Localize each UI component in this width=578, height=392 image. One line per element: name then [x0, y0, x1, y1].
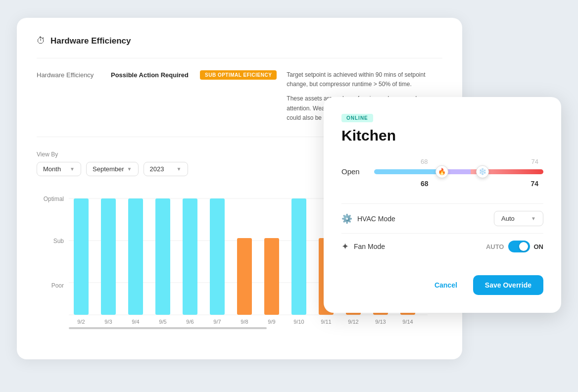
toggle-knob [519, 242, 528, 251]
cool-setpoint-above: 74 [531, 158, 538, 165]
temp-label: Open [341, 167, 366, 176]
desc-para-1: Target setpoint is achieved within 90 mi… [287, 70, 442, 89]
heat-thumb[interactable]: 🔥 [435, 165, 448, 178]
bar-0[interactable] [74, 198, 89, 315]
temp-slider-row: Open 🔥 ❄️ [341, 167, 543, 176]
hvac-mode-select[interactable]: Auto ▼ [494, 211, 543, 226]
fan-on-label: ON [534, 243, 544, 250]
hvac-icon: ⚙️ [341, 213, 352, 224]
overlay-footer: Cancel Save Override [341, 275, 543, 295]
heat-setpoint-below: 68 [421, 180, 429, 188]
y-label-poor: Poor [51, 282, 64, 289]
fan-toggle-group: AUTO ON [486, 241, 543, 252]
x-label-2: 9/4 [132, 319, 139, 325]
month-dropdown[interactable]: Month ▼ [37, 162, 81, 176]
cool-setpoint-below: 74 [530, 180, 538, 188]
overlay-title: Kitchen [341, 127, 543, 144]
fan-row: ✦ Fan Mode AUTO ON [341, 233, 543, 259]
bar-3[interactable] [155, 198, 170, 315]
bar-5[interactable] [210, 198, 225, 315]
status-badge: SUB OPTIMAL EFICIENCY [200, 70, 277, 80]
x-label-1: 9/3 [104, 319, 112, 325]
fan-auto-label: AUTO [486, 243, 504, 250]
x-label-6: 9/8 [241, 319, 248, 325]
chevron-down-icon: ▼ [177, 166, 182, 172]
hvac-value: Auto [501, 215, 515, 222]
y-label-optimal: Optimal [44, 196, 64, 202]
x-label-7: 9/9 [268, 319, 275, 325]
bar-7[interactable] [264, 238, 279, 315]
bar-4[interactable] [183, 198, 197, 315]
action-label: Possible Action Required [111, 70, 190, 79]
cool-thumb[interactable]: ❄️ [476, 165, 489, 178]
x-label-11: 9/13 [375, 319, 385, 325]
temp-slider-container[interactable]: 🔥 ❄️ [374, 169, 543, 174]
fan-label: Fan Mode [354, 243, 481, 250]
hvac-label: HVAC Mode [357, 215, 489, 223]
sep-value: September [93, 165, 124, 173]
chevron-down-icon: ▼ [127, 166, 132, 172]
month-value: Month [43, 165, 61, 173]
year-dropdown[interactable]: 2023 ▼ [144, 162, 188, 176]
overlay-card: ONLINE Kitchen 68 74 Open 🔥 ❄️ [324, 97, 561, 313]
scroll-bar[interactable] [69, 327, 267, 329]
efficiency-label: Hardware Efficiency [37, 70, 101, 79]
bar-1[interactable] [101, 198, 116, 315]
dropdowns-group: Month ▼ September ▼ 2023 ▼ [37, 162, 188, 176]
online-badge: ONLINE [341, 114, 373, 122]
x-label-9: 9/11 [321, 319, 331, 325]
y-label-sub: Sub [53, 238, 64, 245]
bar-6[interactable] [237, 238, 252, 315]
heat-setpoint-above: 68 [421, 158, 428, 165]
hardware-icon: ⏱ [37, 36, 46, 46]
temp-control: 68 74 Open 🔥 ❄️ 68 74 [341, 158, 543, 188]
hvac-row: ⚙️ HVAC Mode Auto ▼ [341, 203, 543, 233]
card-title: Hardware Efficiency [50, 36, 131, 46]
fan-toggle[interactable] [508, 241, 530, 252]
save-override-button[interactable]: Save Override [473, 275, 543, 295]
cancel-button[interactable]: Cancel [427, 276, 465, 294]
bar-8[interactable] [291, 198, 306, 315]
fan-icon: ✦ [341, 241, 349, 252]
hvac-chevron-icon: ▼ [531, 216, 536, 221]
x-label-3: 9/5 [159, 319, 166, 325]
year-value: 2023 [150, 165, 164, 173]
x-label-12: 9/14 [402, 319, 413, 325]
card-header: ⏱ Hardware Efficiency [37, 36, 442, 46]
x-label-8: 9/10 [293, 319, 304, 325]
sep-dropdown[interactable]: September ▼ [86, 162, 139, 176]
bar-2[interactable] [128, 198, 143, 315]
x-label-10: 9/12 [348, 319, 358, 325]
x-label-0: 9/2 [77, 319, 85, 325]
chevron-down-icon: ▼ [70, 166, 75, 172]
x-label-5: 9/7 [213, 319, 221, 325]
header-divider [37, 58, 442, 58]
x-label-4: 9/6 [186, 319, 193, 325]
